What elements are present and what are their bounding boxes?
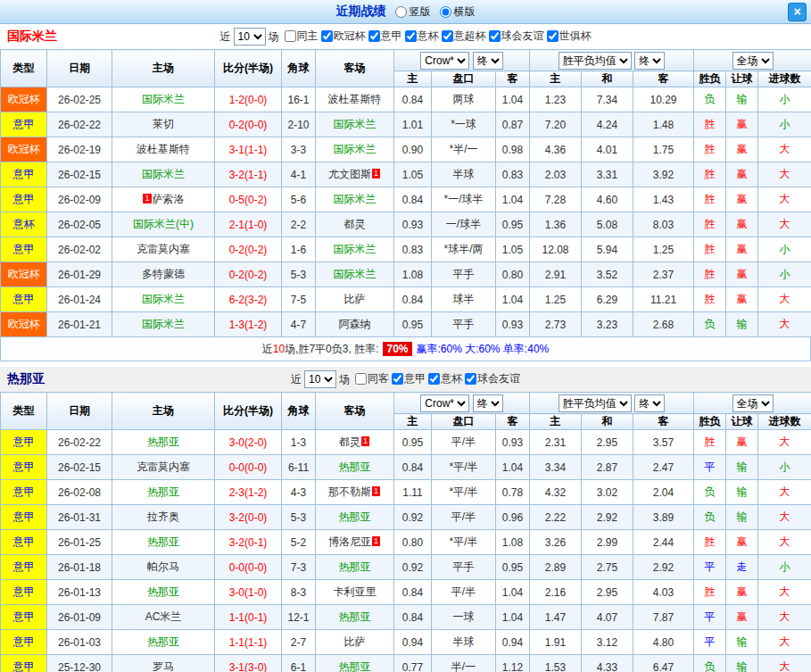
horizontal-layout-radio[interactable] [440,6,451,18]
home-team-cell: 国际米兰 [112,287,215,312]
final-select-euro[interactable]: 终 [634,52,665,70]
fulltime-select[interactable]: 全场 [732,394,774,412]
match-date: 26-01-21 [47,312,112,337]
checkbox-label: 球会友谊 [477,371,520,386]
section-genoa: 热那亚 近 10 场 同客意甲意杯球会友谊 类型 日期 主场 比分(半场) 角球… [0,367,811,672]
away-team-cell: 比萨 [316,630,394,655]
score-halftime: 3-1(3-0) [215,655,282,672]
match-row: 意甲26-02-091萨索洛0-5(0-2)5-6国际米兰0.84*一/球半1.… [1,187,811,212]
fulltime-select[interactable]: 全场 [732,52,774,70]
handicap-outcome: 赢 [726,430,758,455]
score-halftime: 1-2(0-0) [215,87,282,112]
wdl-average-select[interactable]: 胜平负均值 [559,52,632,70]
match-count-select[interactable]: 10 [304,370,336,388]
filter-checkbox-意超杯[interactable]: 意超杯 [442,29,486,44]
team-name: 国际米兰 [142,293,185,305]
euro-win-odds: 2.73 [530,312,582,337]
team-name: 热那亚 [339,610,371,623]
euro-win-odds: 2.16 [530,580,582,605]
layout-option-horizontal[interactable]: 横版 [440,4,476,20]
score-halftime: 2-3(1-2) [215,480,282,505]
away-team-cell: 博洛尼亚1 [316,530,394,555]
crow-select[interactable]: Crow* [420,52,469,70]
home-team-cell: 国际米兰 [112,87,215,112]
layout-option-vertical[interactable]: 竖版 [395,4,431,20]
filter-checkbox-意甲[interactable]: 意甲 [392,371,426,386]
handicap-outcome: 赢 [726,287,758,312]
score-halftime: 1-1(0-1) [215,605,282,630]
corner-count: 2-7 [282,630,316,655]
checkbox-input[interactable] [428,373,440,385]
checkbox-input[interactable] [355,373,367,385]
result-outcome: 胜 [694,137,726,162]
handicap: 一球 [432,605,496,630]
checkbox-input[interactable] [368,30,380,42]
filter-checkbox-球会友谊[interactable]: 球会友谊 [465,371,520,386]
filter-checkbox-同主[interactable]: 同主 [285,29,319,44]
score-halftime: 1-1(1-1) [215,630,282,655]
checkbox-input[interactable] [489,30,501,42]
team-name: 那不勒斯 [328,485,371,498]
team-name: 比萨 [344,293,366,305]
final-select-asian[interactable]: 终 [473,394,503,412]
home-team-cell: 热那亚 [112,430,215,455]
team-name: 国际米兰 [334,193,377,205]
match-count-select[interactable]: 10 [234,28,266,46]
subcol-goals: 进球数 [758,71,811,87]
checkbox-input[interactable] [547,30,559,42]
team-name: 克雷莫内塞 [137,460,190,473]
filter-checkbox-球会友谊[interactable]: 球会友谊 [489,29,544,44]
handicap: *平/半 [432,480,496,505]
filter-checkbox-意杯[interactable]: 意杯 [405,29,439,44]
team-name: 罗马 [153,660,174,672]
header-row-groups: 类型 日期 主场 比分(半场) 角球 客场 Crow* 终 胜平负均值 终 [1,393,811,414]
final-select-asian[interactable]: 终 [473,52,503,70]
asian-away-odds: 0.96 [496,505,530,530]
checkbox-label: 意超杯 [454,29,486,44]
score-halftime: 0-5(0-2) [215,187,282,212]
checkbox-label: 意甲 [381,29,402,44]
euro-lose-odds: 2.37 [633,262,694,287]
away-team-cell: 波杜基斯特 [316,87,394,112]
match-date: 26-01-29 [47,262,112,287]
checkbox-input[interactable] [321,30,333,42]
checkbox-input[interactable] [285,30,296,42]
vertical-layout-radio[interactable] [395,6,407,18]
asian-home-odds: 0.95 [394,430,432,455]
checkbox-input[interactable] [392,373,403,385]
score-halftime: 3-2(0-0) [215,505,282,530]
filter-checkbox-同客[interactable]: 同客 [355,371,389,386]
handicap-outcome: 赢 [726,530,758,555]
away-team-cell: 都灵 [316,212,394,237]
corner-count: 5-3 [282,262,316,287]
subcol-asian-home: 主 [394,71,432,87]
asian-home-odds: 0.84 [394,455,432,480]
red-card-badge: 1 [372,169,380,178]
match-date: 26-01-03 [47,630,112,655]
checkbox-input[interactable] [405,30,417,42]
final-select-euro[interactable]: 终 [634,394,665,412]
wdl-average-select[interactable]: 胜平负均值 [559,394,632,412]
crow-select[interactable]: Crow* [420,394,469,412]
checkbox-input[interactable] [465,373,476,385]
summary-bar: 近10场,胜7平0负3, 胜率: 70% 赢率:60% 大:60% 单率:40% [0,337,811,361]
match-row: 意甲26-01-24国际米兰6-2(3-2)7-5比萨0.84球半1.041.2… [1,287,811,312]
filter-checkbox-意甲[interactable]: 意甲 [368,29,402,44]
goals-outcome: 大 [758,430,811,455]
team-name: 国际米兰 [334,268,377,280]
filter-checkbox-世俱杯[interactable]: 世俱杯 [547,29,592,44]
handicap-outcome: 赢 [726,237,758,262]
euro-draw-odds: 3.31 [582,162,633,187]
competition-type: 意甲 [1,480,47,505]
corner-count: 12-1 [282,605,316,630]
close-button[interactable]: × [788,3,807,21]
team-name: 帕尔马 [147,560,179,573]
euro-lose-odds: 10.29 [633,87,694,112]
away-team-cell: 热那亚 [316,555,394,580]
competition-type: 意甲 [1,655,47,672]
checkbox-input[interactable] [442,30,453,42]
filter-checkbox-意杯[interactable]: 意杯 [428,371,462,386]
asian-home-odds: 0.92 [394,555,432,580]
filter-checkbox-欧冠杯[interactable]: 欧冠杯 [321,29,366,44]
competition-type: 意甲 [1,455,47,480]
